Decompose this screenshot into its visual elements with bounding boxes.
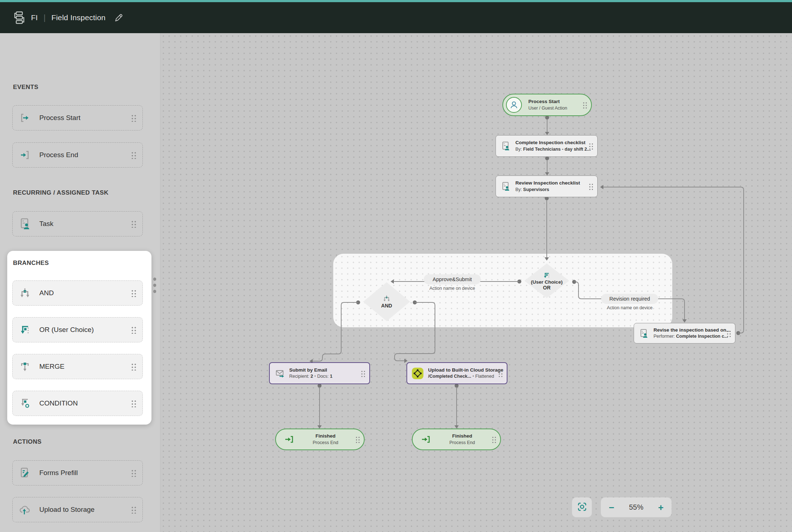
app-initials: FI	[31, 13, 38, 22]
gateway-type: OR	[543, 285, 551, 291]
or-branch-icon	[18, 323, 31, 336]
process-end-icon	[18, 148, 31, 161]
node-subtitle: Process End	[313, 440, 338, 446]
workflow-logo-icon[interactable]	[12, 10, 26, 25]
drag-handle-icon[interactable]	[131, 326, 136, 334]
wire-label-text: Revision required	[610, 296, 650, 302]
drag-handle-icon[interactable]	[131, 289, 136, 297]
palette-item-process-start[interactable]: Process Start	[12, 105, 143, 130]
drag-handle-icon[interactable]	[355, 436, 360, 443]
palette-item-label: Process End	[39, 151, 78, 159]
node-complete-inspection-checklist[interactable]: Complete Inspection checklist By: Field …	[496, 135, 598, 157]
palette-item-label: Upload to Storage	[39, 506, 94, 514]
process-end-icon	[421, 434, 431, 444]
and-branch-icon	[382, 295, 391, 303]
sidebar-resize-handle[interactable]	[152, 276, 158, 293]
palette-item-process-end[interactable]: Process End	[12, 142, 143, 168]
palette-item-condition[interactable]: CONDITION	[12, 391, 143, 416]
fit-view-icon	[576, 501, 588, 514]
palette-item-label: MERGE	[39, 363, 65, 371]
drag-handle-icon[interactable]	[582, 101, 587, 108]
merge-branch-icon	[18, 360, 31, 373]
palette-item-label: Task	[39, 220, 53, 228]
wire-label-caption: Action name on device	[594, 305, 666, 310]
node-review-inspection-checklist[interactable]: Review Inspection checklist By: Supervis…	[496, 176, 598, 197]
or-branch-icon	[542, 271, 551, 279]
drag-handle-icon[interactable]	[360, 370, 365, 377]
page-title: Field Inspection	[51, 13, 105, 22]
user-guest-icon	[506, 97, 522, 113]
node-title: Finished	[452, 433, 472, 439]
drag-handle-icon[interactable]	[131, 220, 136, 228]
drag-handle-icon[interactable]	[131, 363, 136, 371]
forms-prefill-icon	[18, 466, 31, 479]
title-divider: |	[44, 13, 46, 22]
node-subtitle: Recipient: 2 • Docs: 1	[289, 373, 333, 380]
drag-handle-icon[interactable]	[131, 506, 136, 514]
node-subtitle: By: Supervisors	[515, 187, 580, 193]
section-actions: ACTIONS	[13, 438, 41, 445]
palette-item-label: Process Start	[39, 114, 80, 122]
drag-handle-icon[interactable]	[131, 469, 136, 477]
section-branches: BRANCHES	[13, 260, 49, 267]
wire-label-revision-required[interactable]: Revision required	[601, 294, 658, 304]
node-title: Upload to Built-in Cloud Storage	[428, 367, 503, 373]
node-process-start[interactable]: Process Start User / Guest Action	[502, 94, 592, 116]
zoom-out-button[interactable]: −	[609, 503, 614, 512]
zoom-level: 55%	[629, 503, 643, 511]
node-revise-inspection[interactable]: Revise the inspection based on... Perfor…	[634, 323, 735, 343]
section-events: EVENTS	[13, 84, 38, 91]
drag-handle-icon[interactable]	[726, 330, 731, 337]
drag-handle-icon[interactable]	[131, 399, 136, 407]
node-title: Process Start	[528, 98, 567, 105]
palette-item-label: Forms Prefill	[39, 469, 78, 477]
drag-handle-icon[interactable]	[131, 114, 136, 122]
task-icon	[501, 181, 510, 191]
task-icon	[501, 141, 510, 151]
email-send-icon	[275, 369, 285, 378]
palette-item-label: CONDITION	[39, 399, 78, 407]
palette-item-label: OR (User Choice)	[39, 326, 94, 334]
builtin-storage-brand-icon	[412, 367, 424, 380]
palette-item-task[interactable]: Task	[12, 211, 143, 236]
palette-item-upload-to-storage[interactable]: Upload to Storage	[12, 497, 143, 522]
drag-handle-icon[interactable]	[498, 370, 502, 377]
task-icon	[639, 328, 648, 338]
node-title: Complete Inspection checklist	[515, 139, 591, 146]
node-finished-right[interactable]: Finished Process End	[412, 429, 501, 450]
node-finished-left[interactable]: Finished Process End	[275, 429, 365, 450]
node-subtitle: By: Field Technicians - day shift 2...	[515, 146, 591, 152]
upload-storage-icon	[18, 503, 31, 516]
palette-item-or-user-choice[interactable]: OR (User Choice)	[12, 317, 143, 342]
process-end-icon	[284, 434, 294, 444]
top-bar: FI | Field Inspection	[0, 0, 792, 33]
drag-handle-icon[interactable]	[588, 142, 593, 150]
palette-item-and[interactable]: AND	[12, 280, 143, 306]
drag-handle-icon[interactable]	[588, 183, 593, 190]
palette-item-label: AND	[39, 289, 54, 297]
gateway-type: AND	[381, 303, 392, 309]
wire-label-text: Approve&Submit	[433, 276, 472, 282]
node-subtitle: Process End	[449, 440, 475, 446]
palette-item-forms-prefill[interactable]: Forms Prefill	[12, 460, 143, 486]
node-subtitle: Performer: Complete Inspection c...	[654, 333, 730, 340]
task-icon	[18, 217, 31, 230]
fit-view-button[interactable]	[572, 497, 592, 517]
zoom-in-button[interactable]: +	[658, 503, 664, 512]
zoom-control: − 55% +	[601, 497, 672, 517]
node-submit-by-email[interactable]: Submit by Email Recipient: 2 • Docs: 1	[269, 362, 370, 384]
node-title: Submit by Email	[289, 367, 333, 373]
wire-label-caption: Action name on device	[416, 286, 488, 291]
node-subtitle: /Completed Check... • Flattened	[428, 373, 503, 380]
palette-item-merge[interactable]: MERGE	[12, 354, 143, 379]
edit-title-button[interactable]	[112, 11, 125, 24]
process-start-icon	[18, 111, 31, 124]
node-title: Finished	[316, 433, 336, 439]
drag-handle-icon[interactable]	[491, 436, 496, 443]
sidebar-palette: EVENTS Process Start Process End RECURRI…	[0, 33, 160, 532]
drag-handle-icon[interactable]	[131, 151, 136, 159]
wire-label-approve-submit[interactable]: Approve&Submit	[424, 274, 481, 284]
node-upload-cloud-storage[interactable]: Upload to Built-in Cloud Storage /Comple…	[406, 362, 507, 384]
condition-branch-icon	[18, 397, 31, 410]
node-subtitle: User / Guest Action	[528, 105, 567, 111]
